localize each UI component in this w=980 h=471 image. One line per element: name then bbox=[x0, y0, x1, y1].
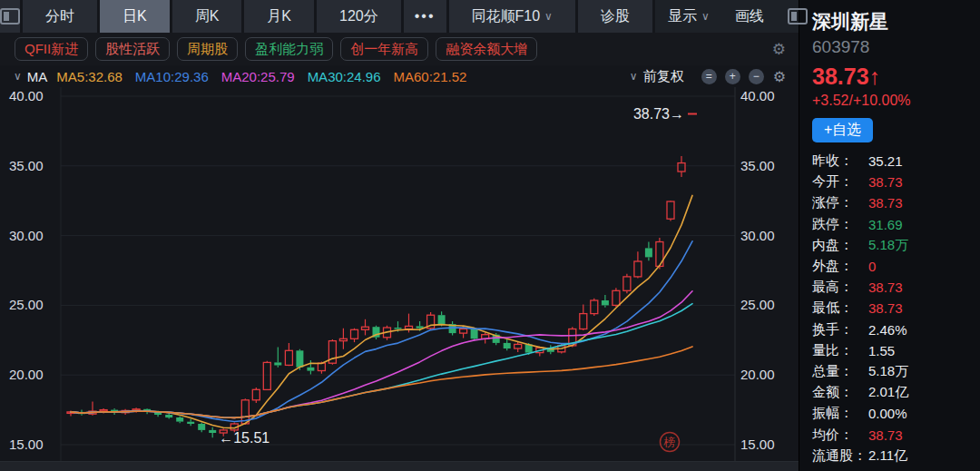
svg-text:30.00: 30.00 bbox=[9, 228, 44, 243]
quote-row-label: 昨收： bbox=[812, 152, 868, 170]
quote-row: 量比：1.55 bbox=[812, 340, 980, 361]
quote-row-label: 外盘： bbox=[812, 258, 868, 275]
period-toolbar: 分时日K周K月K120分•••同花顺F10∨诊股 显示∨画线 bbox=[0, 0, 799, 33]
svg-text:15.00: 15.00 bbox=[9, 437, 44, 452]
quote-row-value: 0 bbox=[868, 259, 876, 274]
quote-row: 涨停：38.73 bbox=[812, 192, 980, 213]
quote-row-label: 振幅： bbox=[812, 405, 868, 422]
compress-icon[interactable]: = bbox=[701, 69, 717, 84]
ma-value-label: MA5:32.68 bbox=[56, 69, 122, 84]
toolbar-right-actions: 显示∨画线 bbox=[655, 0, 777, 33]
stock-app-window: 分时日K周K月K120分•••同花顺F10∨诊股 显示∨画线 QFII新进股性活… bbox=[0, 0, 980, 471]
svg-text:30.00: 30.00 bbox=[740, 228, 775, 243]
quote-row-value: 2.11亿 bbox=[868, 447, 907, 465]
quote-row-value: 31.69 bbox=[868, 217, 903, 232]
svg-text:榜: 榜 bbox=[663, 436, 676, 449]
chart-settings-icon[interactable]: ⚙ bbox=[773, 68, 786, 85]
quote-row-value: 1.55 bbox=[868, 343, 895, 358]
stock-tag[interactable]: 盈利能力弱 bbox=[245, 37, 333, 61]
quote-row-value: 35.21 bbox=[868, 153, 903, 169]
svg-text:25.00: 25.00 bbox=[9, 297, 44, 312]
quote-row: 换手：2.46% bbox=[812, 319, 980, 340]
price-change: +3.52/+10.00% bbox=[812, 93, 980, 109]
svg-text:38.73→: 38.73→ bbox=[633, 106, 684, 122]
kline-chart[interactable]: 40.0040.0035.0035.0030.0030.0025.0025.00… bbox=[0, 87, 799, 461]
tab-120min[interactable]: 120分 bbox=[317, 0, 404, 33]
quote-detail-rows: 昨收：35.21今开：38.73涨停：38.73跌停：31.69内盘：5.18万… bbox=[812, 151, 980, 466]
quote-row-label: 最高： bbox=[812, 279, 868, 296]
zoom-controls: =+−⚙ bbox=[693, 68, 786, 85]
tab-monthly-k[interactable]: 月K bbox=[244, 0, 317, 33]
tab-ths-f10[interactable]: 同花顺F10∨ bbox=[449, 0, 578, 33]
tab-daily-k[interactable]: 日K bbox=[100, 0, 172, 33]
chart-controls: ∨ 前复权 =+−⚙ bbox=[625, 68, 799, 85]
stock-name: 深圳新星 bbox=[812, 9, 980, 34]
ma-value-label: MA20:25.79 bbox=[221, 69, 295, 84]
quote-row: 最低：38.73 bbox=[812, 298, 980, 319]
quote-row: 昨收：35.21 bbox=[812, 151, 980, 172]
quote-row-value: 38.73 bbox=[868, 195, 903, 211]
quote-row-label: 流通股： bbox=[812, 447, 868, 465]
quote-row-label: 跌停： bbox=[812, 216, 868, 233]
quote-row-label: 最低： bbox=[812, 299, 868, 317]
ma-values: MA5:32.68MA10:29.36MA20:25.79MA30:24.96M… bbox=[56, 69, 479, 84]
zoom-out-icon[interactable]: − bbox=[749, 69, 764, 84]
chevron-down-icon[interactable]: ∨ bbox=[630, 70, 638, 83]
quote-row: 均价：38.73 bbox=[812, 424, 980, 445]
quote-row-label: 今开： bbox=[812, 173, 868, 191]
chart-pane: 分时日K周K月K120分•••同花顺F10∨诊股 显示∨画线 QFII新进股性活… bbox=[0, 0, 799, 471]
tab-more[interactable]: ••• bbox=[404, 0, 449, 33]
quote-row: 最高：38.73 bbox=[812, 277, 980, 298]
ma-value-label: MA60:21.52 bbox=[394, 69, 467, 84]
tab-diagnose[interactable]: 诊股 bbox=[578, 0, 655, 33]
quote-row-label: 内盘： bbox=[812, 237, 868, 254]
svg-text:25.00: 25.00 bbox=[740, 297, 775, 312]
quote-row-value: 5.18万 bbox=[868, 237, 908, 254]
stock-tag[interactable]: 创一年新高 bbox=[340, 37, 428, 61]
chevron-down-icon: ∨ bbox=[701, 10, 710, 23]
stock-tags-row: QFII新进股性活跃周期股盈利能力弱创一年新高融资余额大增⚙ bbox=[0, 33, 799, 65]
tab-time-sharing[interactable]: 分时 bbox=[23, 0, 100, 33]
ma-value-label: MA10:29.36 bbox=[135, 69, 209, 84]
quote-row: 总量：5.18万 bbox=[812, 361, 980, 382]
panel-toggle-icon bbox=[788, 8, 808, 25]
stock-tag[interactable]: 融资余额大增 bbox=[436, 37, 537, 61]
quote-row-value: 2.01亿 bbox=[868, 384, 908, 401]
quote-row-value: 0.00% bbox=[868, 406, 907, 421]
quote-row: 今开：38.73 bbox=[812, 172, 980, 192]
quote-row-value: 38.73 bbox=[868, 427, 903, 443]
quote-row-label: 量比： bbox=[812, 342, 868, 359]
quote-row-value: 38.73 bbox=[868, 280, 903, 295]
zoom-in-icon[interactable]: + bbox=[725, 69, 740, 84]
stock-tag[interactable]: 股性活跃 bbox=[95, 37, 170, 61]
ma-legend: ∨ MA MA5:32.68MA10:29.36MA20:25.79MA30:2… bbox=[0, 69, 479, 84]
quote-row: 振幅：0.00% bbox=[812, 403, 980, 424]
svg-text:15.00: 15.00 bbox=[740, 437, 775, 452]
current-price: 38.73↑ bbox=[812, 64, 980, 90]
left-panel-toggle-button[interactable] bbox=[0, 0, 23, 33]
toolbar-action-draw-line[interactable]: 画线 bbox=[722, 0, 777, 33]
quote-row-value: 38.73 bbox=[868, 174, 903, 190]
svg-text:40.00: 40.00 bbox=[740, 88, 775, 103]
toolbar-tabs: 分时日K周K月K120分•••同花顺F10∨诊股 bbox=[23, 0, 655, 33]
tags-settings-gear-icon[interactable]: ⚙ bbox=[772, 40, 786, 59]
chevron-down-icon: ∨ bbox=[544, 10, 553, 23]
quote-row-label: 金额： bbox=[812, 384, 868, 401]
add-watchlist-button[interactable]: +自选 bbox=[812, 118, 873, 142]
quote-row: 跌停：31.69 bbox=[812, 214, 980, 235]
adjust-mode-label[interactable]: 前复权 bbox=[643, 68, 684, 85]
quote-row: 外盘：0 bbox=[812, 256, 980, 277]
quote-row: 金额：2.01亿 bbox=[812, 382, 980, 403]
quote-row-label: 换手： bbox=[812, 321, 868, 339]
quote-row-label: 涨停： bbox=[812, 194, 868, 211]
svg-text:40.00: 40.00 bbox=[9, 88, 44, 103]
candlestick-svg[interactable]: 40.0040.0035.0035.0030.0030.0025.0025.00… bbox=[0, 87, 799, 461]
quote-row-value: 2.46% bbox=[868, 322, 907, 338]
svg-text:←15.51: ←15.51 bbox=[219, 430, 270, 446]
quote-row-label: 均价： bbox=[812, 427, 868, 444]
stock-tag[interactable]: 周期股 bbox=[177, 37, 238, 61]
toolbar-action-display[interactable]: 显示∨ bbox=[655, 0, 722, 33]
stock-tag[interactable]: QFII新进 bbox=[15, 37, 88, 61]
chevron-down-icon[interactable]: ∨ bbox=[14, 70, 22, 83]
tab-weekly-k[interactable]: 周K bbox=[172, 0, 245, 33]
